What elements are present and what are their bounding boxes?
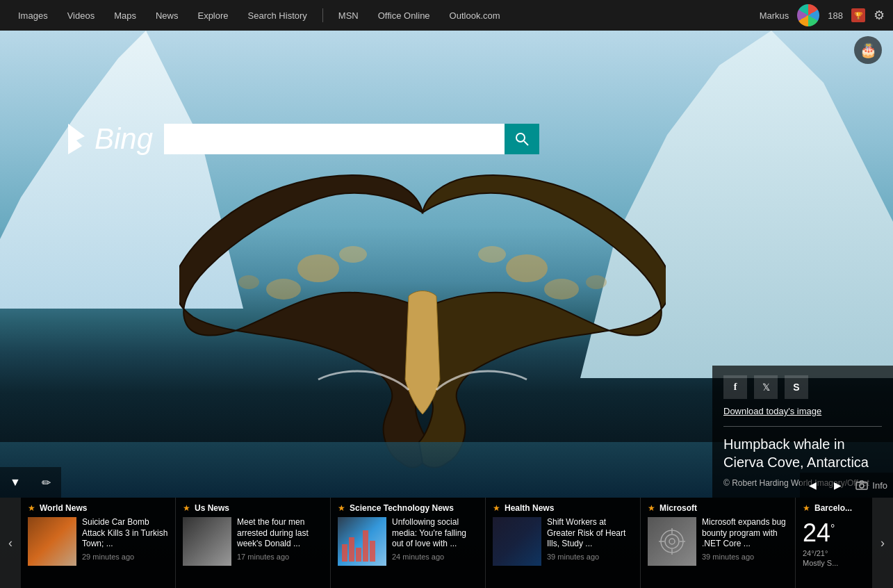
category-label-weather: Barcelo... bbox=[814, 503, 852, 513]
news-category-sci: ★ Science Technology News bbox=[331, 503, 485, 513]
news-headline-us: Meet the four men arrested during last w… bbox=[237, 517, 323, 550]
nav-office-online[interactable]: Office Online bbox=[368, 0, 440, 31]
news-time-ms: 39 minutes ago bbox=[702, 553, 788, 561]
news-item-ms[interactable]: Microsoft expands bug bounty program wit… bbox=[641, 517, 795, 566]
rewards-count: 188 bbox=[828, 10, 843, 21]
prev-image-button[interactable]: ◀ bbox=[800, 473, 825, 498]
nav-search-history[interactable]: Search History bbox=[238, 0, 317, 31]
category-label-ms: Microsoft bbox=[659, 503, 697, 513]
news-category-world: ★ World News bbox=[21, 503, 175, 513]
weather-desc: Mostly S... bbox=[796, 559, 872, 567]
svg-point-8 bbox=[516, 133, 525, 142]
rewards-icon[interactable]: 🏆 bbox=[851, 8, 865, 22]
news-item-us[interactable]: Meet the four men arrested during last w… bbox=[176, 517, 330, 566]
next-image-button[interactable]: ▶ bbox=[825, 473, 850, 498]
news-thumb-health bbox=[493, 517, 541, 566]
info-title: Humpback whale in Cierva Cove, Antarctic… bbox=[723, 435, 882, 471]
nav-links: Images Videos Maps News Explore Search H… bbox=[8, 0, 760, 31]
news-sections: ★ World News Suicide Car Bomb Attack Kil… bbox=[21, 498, 872, 588]
news-next-button[interactable]: › bbox=[872, 498, 893, 588]
twitter-button[interactable]: 𝕏 bbox=[754, 375, 778, 399]
facebook-icon: f bbox=[734, 382, 737, 393]
svg-point-0 bbox=[297, 254, 339, 282]
news-item-world[interactable]: Suicide Car Bomb Attack Kills 3 in Turki… bbox=[21, 517, 175, 566]
svg-point-3 bbox=[238, 275, 259, 289]
facebook-button[interactable]: f bbox=[723, 375, 747, 399]
nav-news[interactable]: News bbox=[146, 0, 188, 31]
news-section-world: ★ World News Suicide Car Bomb Attack Kil… bbox=[21, 498, 176, 588]
news-thumb-ms bbox=[648, 517, 696, 566]
news-item-health[interactable]: Shift Workers at Greater Risk of Heart I… bbox=[486, 517, 640, 566]
bottom-controls: ▼ ✏ bbox=[0, 467, 61, 498]
news-time-sci: 24 minutes ago bbox=[392, 553, 478, 561]
star-icon-sci: ★ bbox=[338, 503, 345, 513]
category-label-world: World News bbox=[40, 503, 87, 513]
star-icon-health: ★ bbox=[493, 503, 500, 513]
nav-videos[interactable]: Videos bbox=[58, 0, 105, 31]
news-section-sci: ★ Science Technology News Unfollowing so… bbox=[331, 498, 486, 588]
star-icon-weather: ★ bbox=[803, 503, 810, 513]
skype-icon: S bbox=[793, 382, 799, 393]
news-category-weather: ★ Barcelo... bbox=[796, 503, 872, 513]
info-label: Info bbox=[872, 480, 887, 491]
news-category-ms: ★ Microsoft bbox=[641, 503, 795, 513]
category-label-us: Us News bbox=[195, 503, 229, 513]
news-headline-ms: Microsoft expands bug bounty program wit… bbox=[702, 517, 788, 550]
nav-explore[interactable]: Explore bbox=[188, 0, 238, 31]
weather-minmax: 24°/21° bbox=[796, 548, 872, 559]
news-thumb-us bbox=[183, 517, 231, 566]
news-prev-button[interactable]: ‹ bbox=[0, 498, 21, 588]
svg-line-9 bbox=[524, 141, 528, 145]
target-icon bbox=[658, 528, 686, 555]
whale-tail bbox=[179, 143, 666, 477]
bing-text: Bing bbox=[95, 122, 153, 156]
news-content-sci: Unfollowing social media: You're falling… bbox=[392, 517, 478, 566]
bing-logo: Bing bbox=[63, 121, 153, 157]
news-content-health: Shift Workers at Greater Risk of Heart I… bbox=[547, 517, 633, 566]
svg-point-5 bbox=[544, 279, 579, 300]
nav-msn[interactable]: MSN bbox=[329, 0, 368, 31]
star-icon-ms: ★ bbox=[648, 503, 655, 513]
birthday-button[interactable]: 🎂 bbox=[854, 36, 882, 64]
topbar: Images Videos Maps News Explore Search H… bbox=[0, 0, 893, 31]
download-link[interactable]: Download today's image bbox=[723, 406, 882, 416]
skype-button[interactable]: S bbox=[785, 375, 808, 399]
news-time-health: 39 minutes ago bbox=[547, 553, 633, 561]
nav-images[interactable]: Images bbox=[8, 0, 58, 31]
news-category-us: ★ Us News bbox=[176, 503, 330, 513]
search-button[interactable] bbox=[505, 124, 539, 154]
news-section-weather: ★ Barcelo... 24° 24°/21° Mostly S... bbox=[796, 498, 872, 588]
camera-info-area: Info bbox=[850, 473, 893, 498]
news-time-us: 17 minutes ago bbox=[237, 553, 323, 561]
nav-outlook[interactable]: Outlook.com bbox=[440, 0, 510, 31]
news-content-world: Suicide Car Bomb Attack Kills 3 in Turki… bbox=[82, 517, 168, 566]
social-buttons: f 𝕏 S bbox=[723, 375, 882, 399]
news-item-sci[interactable]: Unfollowing social media: You're falling… bbox=[331, 517, 485, 566]
svg-point-14 bbox=[669, 539, 675, 544]
user-avatar[interactable] bbox=[797, 4, 819, 26]
settings-icon[interactable]: ⚙ bbox=[874, 8, 885, 23]
star-icon-us: ★ bbox=[183, 503, 190, 513]
svg-point-13 bbox=[665, 534, 679, 548]
scroll-down-button[interactable]: ▼ bbox=[0, 467, 31, 498]
twitter-icon: 𝕏 bbox=[762, 382, 770, 393]
news-thumb-world bbox=[28, 517, 76, 566]
bing-b-icon bbox=[63, 121, 90, 157]
news-category-health: ★ Health News bbox=[486, 503, 640, 513]
edit-button[interactable]: ✏ bbox=[31, 467, 61, 498]
news-section-health: ★ Health News Shift Workers at Greater R… bbox=[486, 498, 641, 588]
svg-point-11 bbox=[860, 484, 864, 488]
news-content-ms: Microsoft expands bug bounty program wit… bbox=[702, 517, 788, 566]
search-icon bbox=[515, 132, 529, 146]
nav-maps[interactable]: Maps bbox=[104, 0, 146, 31]
news-section-ms: ★ Microsoft bbox=[641, 498, 796, 588]
category-label-sci: Science Technology News bbox=[350, 503, 454, 513]
search-input[interactable] bbox=[164, 124, 505, 154]
news-bar: ‹ ★ World News Suicide Car Bomb Attack K… bbox=[0, 498, 893, 588]
camera-icon bbox=[855, 480, 868, 490]
news-time-world: 29 minutes ago bbox=[82, 553, 168, 561]
news-content-us: Meet the four men arrested during last w… bbox=[237, 517, 323, 566]
news-headline-world: Suicide Car Bomb Attack Kills 3 in Turki… bbox=[82, 517, 168, 550]
news-headline-health: Shift Workers at Greater Risk of Heart I… bbox=[547, 517, 633, 550]
svg-point-4 bbox=[506, 254, 548, 282]
